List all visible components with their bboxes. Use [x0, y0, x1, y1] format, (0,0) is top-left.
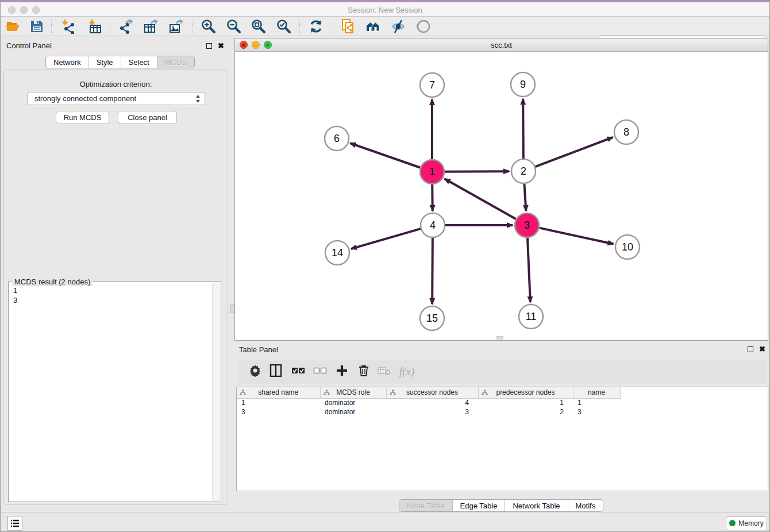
table-cell[interactable]: 1 — [478, 398, 573, 407]
tab-style[interactable]: Style — [88, 56, 121, 68]
column-header-label: shared name — [258, 388, 298, 396]
node-table: shared nameMCDS rolesuccessor nodesprede… — [236, 387, 768, 491]
table-tabs: Node TableEdge TableNetwork TableMotifs — [399, 499, 603, 512]
graph-node-label-3: 3 — [524, 219, 530, 231]
graph-edge-4-15[interactable] — [432, 238, 433, 304]
graph-edge-3-11[interactable] — [528, 238, 530, 302]
network-window-titlebar[interactable]: ✕ − + scc.txt — [235, 38, 768, 52]
mcds-result-scrollbar[interactable] — [212, 283, 220, 501]
column-header-predecessor-nodes[interactable]: predecessor nodes — [478, 387, 573, 398]
control-panel-title: Control Panel — [6, 41, 52, 50]
column-header-MCDS-role[interactable]: MCDS role — [320, 387, 386, 398]
show-all-icon[interactable] — [416, 19, 431, 34]
memory-status-icon — [729, 520, 736, 526]
table-cell[interactable]: 3 — [573, 407, 620, 417]
network-window-title: scc.txt — [235, 41, 768, 49]
graph-edge-3-10[interactable] — [539, 228, 613, 244]
tab-network[interactable]: Network — [46, 56, 88, 68]
toolbar-separator — [299, 20, 300, 33]
save-session-icon[interactable] — [29, 19, 44, 34]
table-cell[interactable]: 3 — [237, 407, 320, 417]
graph-node-label-7: 7 — [429, 79, 435, 91]
window-title: Session: New Session — [1, 6, 769, 14]
table-panel-float-icon[interactable] — [748, 346, 753, 352]
tab-select[interactable]: Select — [121, 56, 157, 68]
tab-network-table[interactable]: Network Table — [505, 500, 567, 511]
zoom-selected-icon[interactable] — [276, 19, 291, 34]
toolbar-separator — [192, 20, 192, 33]
export-table-icon[interactable] — [143, 19, 158, 34]
export-network-icon[interactable] — [118, 19, 133, 34]
column-header-shared-name[interactable]: shared name — [237, 387, 320, 398]
mcds-result-title: MCDS result (2 nodes) — [12, 277, 93, 286]
delete-table-icon[interactable] — [376, 364, 392, 380]
table-settings-gear-icon[interactable] — [247, 364, 263, 380]
criterion-select[interactable]: strongly connected component — [27, 92, 205, 105]
show-column-icon[interactable] — [268, 364, 283, 380]
shared-column-icon — [390, 390, 396, 398]
mcds-result-line: 1 — [13, 286, 17, 295]
export-image-icon[interactable] — [168, 19, 183, 34]
delete-column-icon[interactable] — [356, 364, 371, 380]
panel-divider[interactable] — [230, 36, 234, 512]
import-network-icon[interactable] — [60, 19, 75, 34]
hide-selected-icon[interactable] — [391, 19, 406, 34]
new-network-from-selection-icon[interactable] — [341, 19, 356, 34]
mcds-result-lines: 13 — [13, 286, 17, 305]
zoom-out-icon[interactable] — [226, 19, 241, 34]
table-cell[interactable]: dominator — [320, 407, 386, 417]
table-panel-title: Table Panel — [239, 345, 278, 354]
graph-edge-1-6[interactable] — [351, 143, 421, 167]
table-row[interactable]: 1dominator411 — [237, 398, 768, 407]
function-builder-icon[interactable]: f(x) — [396, 364, 418, 380]
unselect-all-columns-icon[interactable] — [312, 364, 328, 380]
status-menu-button[interactable] — [7, 516, 22, 531]
graph-edge-4-14[interactable] — [351, 229, 421, 249]
table-cell[interactable]: 1 — [573, 398, 620, 407]
apply-layout-icon[interactable] — [309, 19, 324, 34]
column-header-successor-nodes[interactable]: successor nodes — [386, 387, 478, 398]
open-session-icon[interactable] — [6, 19, 21, 34]
select-stepper-icon — [195, 94, 201, 107]
table-cell[interactable]: dominator — [320, 398, 386, 407]
graph-node-label-11: 11 — [526, 311, 537, 322]
tab-edge-table[interactable]: Edge Table — [452, 500, 505, 511]
control-panel-tabs: NetworkStyleSelectMCDS — [45, 56, 195, 68]
table-cell[interactable]: 4 — [386, 398, 478, 407]
home-icon[interactable] — [365, 19, 380, 34]
select-all-columns-icon[interactable] — [290, 364, 306, 380]
column-header-name[interactable]: name — [573, 387, 620, 398]
tab-motifs[interactable]: Motifs — [568, 500, 603, 511]
table-cell[interactable]: 1 — [237, 398, 320, 407]
create-column-icon[interactable] — [334, 364, 349, 380]
network-graph[interactable]: 7968124314101511 — [235, 52, 768, 340]
table-panel-close-icon[interactable]: ✖ — [759, 346, 765, 352]
canvas-scroll-grip[interactable] — [496, 336, 503, 340]
run-mcds-button[interactable]: Run MCDS — [56, 111, 109, 124]
graph-edge-2-8[interactable] — [536, 137, 613, 167]
table-cell[interactable]: 2 — [478, 407, 573, 417]
network-canvas[interactable]: 7968124314101511 — [235, 52, 768, 340]
tab-mcds[interactable]: MCDS — [157, 56, 194, 68]
optimization-criterion-label: Optimization criterion: — [4, 80, 228, 88]
list-icon — [10, 518, 20, 529]
import-table-icon[interactable] — [87, 19, 102, 34]
close-panel-button[interactable]: Close panel — [118, 111, 177, 124]
tab-node-table[interactable]: Node Table — [399, 500, 452, 511]
graph-edge-3-1[interactable] — [445, 179, 516, 219]
graph-node-label-15: 15 — [426, 313, 438, 324]
graph-node-label-10: 10 — [622, 241, 633, 253]
table-cell[interactable]: 3 — [386, 407, 478, 417]
divider-grip[interactable] — [230, 304, 234, 313]
shared-column-icon — [324, 390, 330, 398]
graph-edge-1-2[interactable] — [445, 171, 509, 172]
memory-button[interactable]: Memory — [726, 516, 767, 530]
control-panel-close-icon[interactable]: ✖ — [218, 43, 224, 49]
toolbar-separator — [51, 20, 52, 33]
table-row[interactable]: 3dominator323 — [237, 407, 768, 417]
graph-edge-2-3[interactable] — [524, 184, 526, 211]
graph-edge-2-9[interactable] — [523, 99, 523, 159]
zoom-fit-icon[interactable] — [251, 19, 266, 34]
zoom-in-icon[interactable] — [201, 19, 216, 34]
control-panel-float-icon[interactable] — [206, 43, 212, 49]
